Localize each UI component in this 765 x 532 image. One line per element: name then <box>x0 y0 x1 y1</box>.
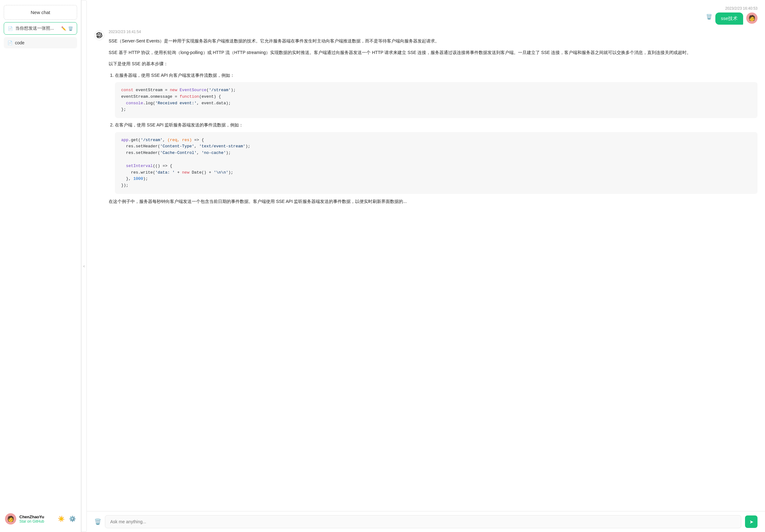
ai-text-content: SSE（Server-Sent Events）是一种用于实现服务器向客户端推送数… <box>109 37 758 206</box>
delete-message-icon[interactable]: 🗑️ <box>706 14 712 20</box>
code-block-2: app.get('/stream', (req, res) => { res.s… <box>115 132 758 194</box>
ai-paragraph-2: SSE 基于 HTTP 协议，使用长轮询（long-polling）或 HTTP… <box>109 49 758 57</box>
sidebar-item-sse-chat[interactable]: 📄 当你想发送一张照... ✏️ 🗑️ <box>4 22 77 35</box>
chat-input[interactable] <box>105 515 741 528</box>
bottom-icons: ☀️ ⚙️ <box>58 515 76 522</box>
chat-content: 2023/2/23 16:41:54 SSE（Server-Sent Event… <box>87 25 765 511</box>
user-avatar: 🧑 <box>746 12 758 24</box>
user-info: ChenZhaoYu Star on GitHub <box>19 515 55 524</box>
sidebar-item-actions: ✏️ 🗑️ <box>61 26 73 31</box>
user-name: ChenZhaoYu <box>19 515 55 519</box>
send-icon: ➤ <box>749 519 753 525</box>
chat-item-icon: 📄 <box>7 41 12 45</box>
step-2-text: 在客户端，使用 SSE API 监听服务器端发送的事件流数据，例如： <box>115 122 243 127</box>
github-link[interactable]: Star on GitHub <box>19 519 55 524</box>
user-bubble: sse技术 <box>715 12 743 25</box>
sidebar: New chat 📄 当你想发送一张照... ✏️ 🗑️ 📄 code 🧑 Ch… <box>0 0 81 532</box>
user-message-header: 2023/2/23 16:40:53 🗑️ sse技术 🧑 <box>87 0 765 25</box>
step-1-text: 在服务器端，使用 SSE API 向客户端发送事件流数据，例如： <box>115 73 235 78</box>
user-message-timestamp: 2023/2/23 16:40:53 <box>725 6 758 11</box>
ai-step-1: 在服务器端，使用 SSE API 向客户端发送事件流数据，例如： const e… <box>115 72 758 118</box>
edit-icon[interactable]: ✏️ <box>61 26 66 31</box>
gear-icon[interactable]: ⚙️ <box>69 515 76 522</box>
ai-message-body: 2023/2/23 16:41:54 SSE（Server-Sent Event… <box>109 30 758 209</box>
sidebar-bottom: 🧑 ChenZhaoYu Star on GitHub ☀️ ⚙️ <box>4 511 77 527</box>
ai-steps-list: 在服务器端，使用 SSE API 向客户端发送事件流数据，例如： const e… <box>109 72 758 194</box>
ai-message: 2023/2/23 16:41:54 SSE（Server-Sent Event… <box>94 25 758 214</box>
collapse-sidebar-button[interactable]: ‹ <box>81 0 87 532</box>
ai-paragraph-1: SSE（Server-Sent Events）是一种用于实现服务器向客户端推送数… <box>109 37 758 45</box>
delete-icon[interactable]: 🗑️ <box>68 26 73 31</box>
sun-icon[interactable]: ☀️ <box>58 515 65 522</box>
sidebar-item-label: 当你想发送一张照... <box>15 26 59 31</box>
delete-conversation-icon[interactable]: 🗑️ <box>94 518 101 525</box>
ai-bottom-text: 在这个例子中，服务器每秒钟向客户端发送一个包含当前日期的事件数据。客户端使用 S… <box>109 198 758 206</box>
user-bubble-container: sse技术 <box>715 12 743 25</box>
send-button[interactable]: ➤ <box>745 515 758 528</box>
new-chat-button[interactable]: New chat <box>4 5 77 20</box>
chat-input-area: 🗑️ ➤ <box>87 511 765 532</box>
ai-avatar <box>94 30 104 40</box>
collapse-icon: ‹ <box>83 264 85 268</box>
sidebar-item-label: code <box>15 40 73 45</box>
ai-step-2: 在客户端，使用 SSE API 监听服务器端发送的事件流数据，例如： app.g… <box>115 121 758 194</box>
chat-item-icon: 📄 <box>8 26 13 31</box>
sidebar-item-code-chat[interactable]: 📄 code <box>4 37 77 48</box>
ai-paragraph-3: 以下是使用 SSE 的基本步骤： <box>109 60 758 68</box>
code-block-1: const eventStream = new EventSource('/st… <box>115 82 758 118</box>
ai-timestamp: 2023/2/23 16:41:54 <box>109 30 758 34</box>
main-panel: 2023/2/23 16:40:53 🗑️ sse技术 🧑 2023/2/23 … <box>87 0 765 532</box>
avatar: 🧑 <box>5 513 16 525</box>
